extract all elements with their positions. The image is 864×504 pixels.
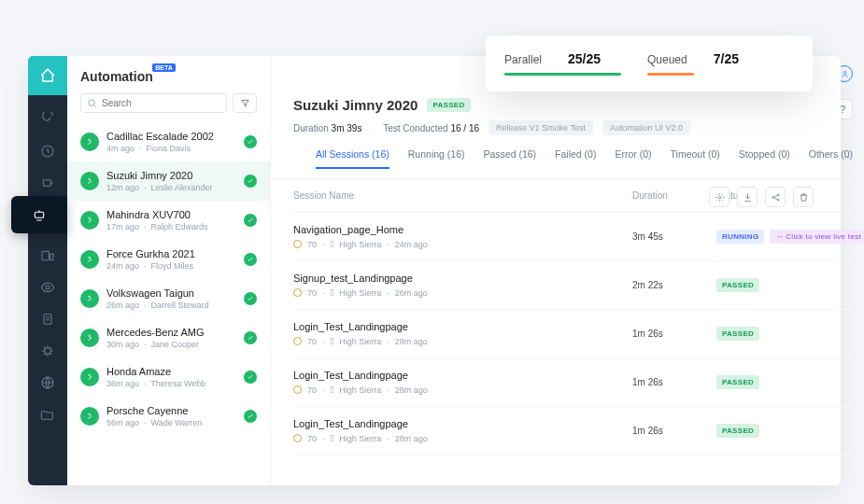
apple-icon: : [331, 239, 334, 249]
gauge-icon[interactable]: [40, 112, 55, 127]
tab[interactable]: Failed (0): [555, 148, 596, 169]
build-icon: [80, 289, 99, 308]
tab[interactable]: Stopped (0): [739, 148, 790, 169]
build-meta: 4m ago · Fiona Davis: [106, 144, 236, 153]
tests-value: 16 / 16: [450, 123, 479, 133]
session-name: Login_Test_Landingpage: [293, 418, 632, 429]
svg-rect-3: [35, 212, 43, 217]
session-duration: 1m 26s: [632, 426, 716, 436]
delete-button[interactable]: [793, 187, 814, 207]
session-meta: 70 · High Sierra ·28m ago: [293, 433, 632, 443]
build-icon: [80, 329, 99, 347]
eye-icon[interactable]: [40, 280, 55, 295]
search-icon: [87, 98, 97, 108]
svg-point-12: [772, 196, 773, 198]
check-icon: [244, 331, 257, 344]
tab[interactable]: Others (0): [809, 148, 853, 169]
tab[interactable]: Timeout (0): [671, 148, 720, 169]
build-meta: 17m ago · Ralph Edwards: [106, 222, 236, 231]
detail-title: Suzuki Jimny 2020: [293, 97, 418, 113]
filter-button[interactable]: [233, 93, 257, 113]
build-name: Mercedes-Benz AMG: [106, 327, 236, 338]
status-badge: RUNNING: [716, 230, 764, 244]
logo[interactable]: [28, 56, 67, 95]
apple-icon: : [331, 385, 334, 395]
search-input-wrapper[interactable]: [80, 93, 227, 113]
share-button[interactable]: [765, 187, 786, 207]
session-duration: 1m 26s: [632, 329, 716, 339]
detail-actions: [709, 187, 814, 207]
parallel-segment: Parallel 25/25: [504, 51, 621, 76]
beta-badge: BETA: [152, 63, 176, 72]
build-item[interactable]: Mahindra XUV700 17m ago · Ralph Edwards: [67, 201, 270, 240]
bug-icon[interactable]: [40, 343, 55, 358]
status-badge: PASSED: [716, 278, 759, 292]
battery-icon[interactable]: [40, 175, 55, 190]
build-name: Cadillac Escalade 2002: [106, 131, 236, 142]
build-item[interactable]: Force Gurkha 2021 24m ago · Floyd Miles: [67, 240, 270, 279]
folder-icon[interactable]: [40, 407, 55, 422]
build-meta: 12m ago · Leslie Alexander: [106, 183, 236, 192]
col-session-name: Session Name: [293, 190, 632, 201]
tab[interactable]: Error (0): [615, 148, 651, 169]
session-duration: 3m 45s: [632, 231, 716, 242]
clock-icon[interactable]: [40, 144, 55, 159]
status-badge: PASSED: [716, 424, 759, 438]
check-icon: [244, 292, 257, 305]
svg-point-6: [46, 286, 50, 289]
globe-icon[interactable]: [40, 375, 55, 390]
build-item[interactable]: Suzuki Jimny 2020 12m ago · Leslie Alexa…: [67, 161, 270, 201]
devices-icon[interactable]: [40, 248, 55, 263]
chrome-icon: [293, 240, 302, 248]
session-meta: 70 · High Sierra ·26m ago: [293, 287, 632, 298]
tab[interactable]: All Sessions (16): [316, 148, 390, 169]
chrome-icon: [293, 434, 302, 442]
build-item[interactable]: Cadillac Escalade 2002 4m ago · Fiona Da…: [67, 122, 270, 161]
session-duration: 1m 26s: [632, 377, 716, 387]
session-name: Login_Test_Landingpage: [293, 321, 632, 332]
build-name: Volkswagen Taigun: [106, 287, 236, 299]
svg-point-11: [718, 196, 721, 199]
build-meta: 30m ago · Jane Cooper: [106, 340, 236, 349]
search-input[interactable]: [102, 98, 220, 108]
queued-value: 7/25: [714, 51, 739, 66]
doc-icon[interactable]: [40, 312, 55, 327]
session-meta: 70 · High Sierra ·24m ago: [293, 239, 632, 249]
live-badge[interactable]: ↔ Click to view live test: [770, 230, 864, 244]
tag-chip[interactable]: Release V1 Smoke Test: [489, 120, 593, 135]
build-item[interactable]: Volkswagen Taigun 26m ago · Darrell Stew…: [67, 279, 270, 318]
svg-point-10: [89, 100, 94, 105]
session-meta: 70 · High Sierra ·28m ago: [293, 385, 632, 395]
sessions-table: Session Name Duration Status Navigation_…: [271, 179, 864, 485]
session-row[interactable]: Navigation_page_Home 70 · High Sierra ·…: [293, 213, 864, 261]
rail-active-robot[interactable]: [11, 196, 67, 233]
download-button[interactable]: [737, 187, 758, 207]
main: Suzuki Jimny 2020 PASSED Duration 3m 39s…: [271, 56, 864, 485]
app-frame: Automation BETA Cadillac Escalade 2002 4…: [28, 56, 841, 485]
detail-status-badge: PASSED: [427, 98, 470, 112]
tab[interactable]: Passed (16): [483, 148, 536, 169]
build-item[interactable]: Honda Amaze 36m ago · Theresa Webb: [67, 357, 270, 397]
tab[interactable]: Running (16): [408, 148, 465, 169]
build-icon: [80, 407, 99, 426]
settings-button[interactable]: [709, 187, 729, 207]
tests-label: Test Conducted: [383, 123, 448, 133]
session-row[interactable]: Login_Test_Landingpage 70 · High Sierra…: [293, 407, 864, 455]
session-row[interactable]: Login_Test_Landingpage 70 · High Sierra…: [293, 310, 864, 358]
tag-chip[interactable]: Automation UI V2.0: [602, 120, 690, 135]
duration-value: 3m 39s: [332, 123, 362, 133]
build-name: Force Gurkha 2021: [106, 248, 236, 259]
parallel-value: 25/25: [568, 51, 601, 66]
session-row[interactable]: Login_Test_Landingpage 70 · High Sierra…: [293, 358, 864, 407]
rail-nav: [28, 56, 67, 485]
build-name: Mahindra XUV700: [106, 209, 236, 220]
svg-point-14: [777, 199, 779, 201]
build-item[interactable]: Porsche Cayenne 56m ago · Wade Warren: [67, 397, 270, 436]
build-list: Cadillac Escalade 2002 4m ago · Fiona Da…: [67, 122, 270, 485]
build-icon: [80, 368, 99, 386]
chrome-icon: [293, 385, 302, 394]
session-row[interactable]: Signup_test_Landingpage 70 · High Sierr…: [293, 261, 864, 310]
build-item[interactable]: Mercedes-Benz AMG 30m ago · Jane Cooper: [67, 318, 270, 357]
apple-icon: : [331, 336, 334, 346]
build-meta: 56m ago · Wade Warren: [106, 418, 236, 427]
